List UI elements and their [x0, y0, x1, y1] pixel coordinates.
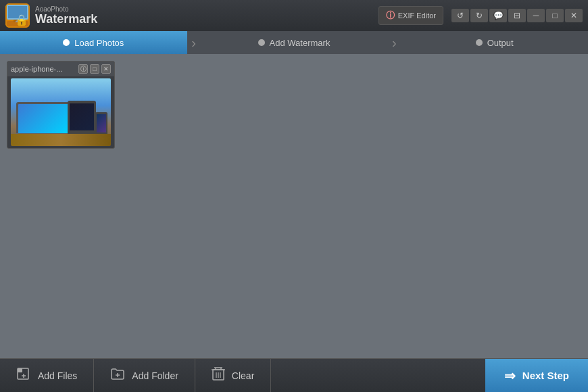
next-step-button[interactable]: ⇒ Next Step — [485, 359, 588, 393]
clear-label: Clear — [232, 370, 254, 381]
step-load-photos[interactable]: Load Photos — [0, 31, 187, 54]
title-left: AoaoPhoto Watermark — [5, 3, 97, 28]
add-files-button[interactable]: Add Files — [0, 359, 94, 393]
photo-card-title: apple-iphone-... — [11, 65, 62, 73]
title-text: AoaoPhoto Watermark — [35, 5, 97, 26]
clear-icon — [212, 366, 225, 385]
title-right: ⓘ EXIF Editor ↺ ↻ 💬 ⊟ ─ □ ✕ — [378, 6, 583, 25]
photo-card: apple-iphone-... ⓘ □ ✕ — [7, 61, 115, 149]
exif-editor-label: EXIF Editor — [398, 11, 436, 20]
thumb-table — [11, 134, 111, 146]
restore-button[interactable]: □ — [546, 9, 564, 22]
add-files-label: Add Files — [38, 370, 77, 381]
step-add-watermark[interactable]: Add Watermark — [201, 31, 388, 54]
clear-button[interactable]: Clear — [195, 359, 271, 393]
step-output-label: Output — [487, 38, 514, 48]
app-icon — [5, 3, 30, 28]
title-bar: AoaoPhoto Watermark ⓘ EXIF Editor ↺ ↻ 💬 … — [0, 0, 588, 31]
svg-rect-3 — [7, 21, 28, 26]
chat-button[interactable]: 💬 — [489, 9, 507, 22]
thumb-tablet-screen — [70, 103, 94, 130]
step-output[interactable]: Output — [401, 31, 588, 54]
next-step-label: Next Step — [522, 370, 569, 381]
svg-rect-6 — [19, 22, 22, 26]
step-dot-output — [476, 39, 483, 46]
photo-thumbnail — [7, 76, 114, 148]
app-title: Watermark — [35, 13, 97, 26]
thumb-phone — [95, 112, 107, 136]
svg-rect-8 — [18, 368, 22, 372]
thumb-tablet — [68, 101, 96, 136]
steps-bar: Load Photos › Add Watermark › Output — [0, 31, 588, 54]
step-add-watermark-label: Add Watermark — [270, 38, 330, 48]
step-dot-load — [63, 39, 70, 46]
next-arrow-icon: ⇒ — [504, 368, 516, 384]
photo-info-button[interactable]: ⓘ — [78, 64, 88, 74]
step-arrow-2: › — [387, 31, 401, 54]
photo-thumb-inner — [11, 78, 111, 146]
step-load-photos-label: Load Photos — [74, 38, 124, 48]
add-folder-button[interactable]: Add Folder — [94, 359, 195, 393]
thumb-phone-screen — [97, 114, 106, 132]
window-controls: ↺ ↻ 💬 ⊟ ─ □ ✕ — [451, 9, 583, 22]
photo-card-header: apple-iphone-... ⓘ □ ✕ — [7, 62, 114, 76]
photo-card-controls: ⓘ □ ✕ — [78, 64, 111, 74]
close-button[interactable]: ✕ — [565, 9, 583, 22]
svg-point-5 — [18, 22, 22, 26]
app-subtitle: AoaoPhoto — [35, 5, 97, 13]
undo-button[interactable]: ↺ — [451, 9, 469, 22]
svg-rect-2 — [8, 6, 27, 18]
exif-editor-button[interactable]: ⓘ EXIF Editor — [378, 6, 443, 25]
step-dot-watermark — [258, 39, 265, 46]
thumb-laptop-screen — [18, 104, 68, 134]
step-arrow-1: › — [187, 31, 201, 54]
main-area: apple-iphone-... ⓘ □ ✕ — [0, 54, 588, 358]
add-files-icon — [16, 366, 31, 385]
bottom-bar: Add Files Add Folder Clear — [0, 358, 588, 392]
svg-rect-4 — [14, 20, 22, 22]
redo-button[interactable]: ↻ — [470, 9, 488, 22]
exif-info-icon: ⓘ — [386, 9, 395, 22]
save-button[interactable]: ⊟ — [508, 9, 526, 22]
add-folder-icon — [110, 366, 125, 385]
add-folder-label: Add Folder — [132, 370, 178, 381]
minimize-button[interactable]: ─ — [527, 9, 545, 22]
photo-remove-button[interactable]: ✕ — [101, 64, 111, 74]
photo-expand-button[interactable]: □ — [90, 64, 99, 74]
